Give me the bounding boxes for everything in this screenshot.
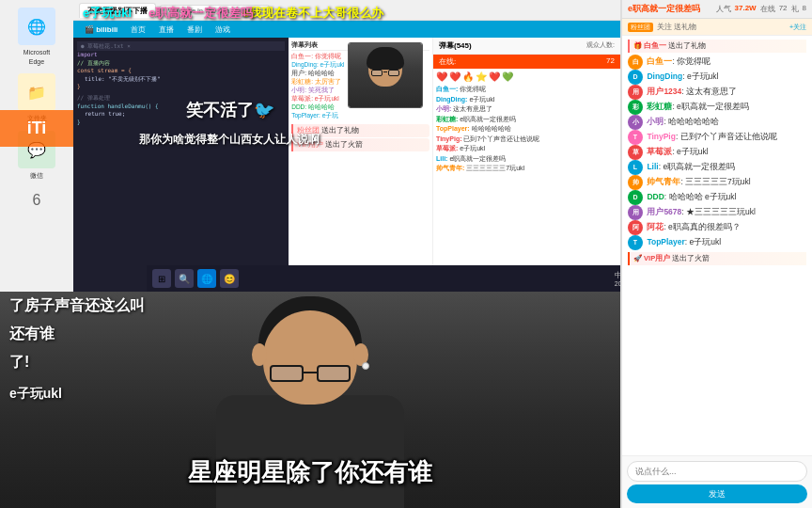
desktop-number: 6 (33, 188, 41, 213)
right-panel-input-area: 发送 (622, 455, 812, 508)
rp-msg-11: 阿 阿花: e职高真的很差吗？ (628, 220, 806, 235)
live-content-area: ● 草莓桂花.txt × import // 直播内容 const stream… (73, 38, 620, 292)
right-panel-stats: 人气 37.2W 在线 72 礼 8 (716, 4, 806, 14)
avatar-10: 用 (628, 205, 643, 220)
glass-left (270, 365, 304, 382)
live-chat-sidebar: 弹幕(545) 观众人数: 在线: 72 ❤️ ❤️ (432, 38, 620, 292)
person-head (263, 310, 357, 405)
rp-msg-2: 用 用户1234: 这太有意思了 (628, 85, 806, 100)
browser-tab-active[interactable]: 不卖无级别不下播 (79, 3, 156, 18)
viewer-count-stat: 人气 (716, 4, 731, 14)
earbud (362, 362, 369, 370)
main-video-area: 🌐 MicrosoftEdge 📁 文件夹 💬 微信 6 iTi (0, 0, 620, 508)
gift-notif-2: 🚀 VIP用户 送出了火箭 (628, 252, 806, 265)
rp-msg-9: D DDD: 哈哈哈哈 e子玩ukl (628, 190, 806, 205)
rp-msg-5: T TinyPig: 已到7个丫声音还让他说呢 (628, 130, 806, 145)
chat-msg-2: 小明: 这太有意思了 (436, 104, 617, 115)
left-overlay-text-2: 还有谁 (9, 325, 55, 344)
avatar-12: T (628, 235, 643, 250)
live-video-player[interactable]: ● 草莓桂花.txt × import // 直播内容 const stream… (73, 38, 432, 292)
glass-right (317, 365, 351, 382)
fan-badge-area: 粉丝团 关注 送礼物 +关注 (622, 19, 812, 36)
bilibili-header: 🎬 bilibili 首页 直播 番剧 游戏 (73, 21, 620, 38)
rp-msg-8: 帅 帅气青年: 三三三三三7玩ukl (628, 175, 806, 190)
windows-taskbar: ⊞ 🔍 🌐 😊 中 2022/12 直播 985211 (147, 265, 620, 292)
rp-msg-6: 草 草莓派: e子玩ukl (628, 145, 806, 160)
avatar-6: 草 (628, 145, 643, 160)
bili-tab-anime[interactable]: 番剧 (183, 24, 206, 36)
rp-msg-4: 小 小明: 哈哈哈哈哈哈 (628, 115, 806, 130)
taskbar-ie[interactable]: 🌐 (197, 269, 216, 288)
follow-btn[interactable]: +关注 (789, 23, 806, 32)
chat-msg-5: TinyPig: 已到7个丫声音还让他说呢 (436, 135, 617, 145)
viewer-count-bar: 在线: 72 (433, 55, 620, 69)
avatar-1: D (628, 70, 643, 85)
rp-msg-10: 用 用户5678: ★三三三三三玩ukl (628, 205, 806, 220)
screen-share-area: 🌐 MicrosoftEdge 📁 文件夹 💬 微信 6 iTi (0, 0, 620, 292)
right-panel-messages: 🎁 白鱼一 送出了礼物 白 白鱼一: 你觉得呢 D DingDing: e子玩u… (622, 36, 812, 455)
bili-tab-game[interactable]: 游戏 (211, 24, 234, 36)
right-panel-header: e职高就一定很差吗 人气 37.2W 在线 72 礼 8 (622, 0, 812, 19)
fan-badge: 粉丝团 (628, 23, 653, 32)
live-chat-messages: ❤️ ❤️ 🔥 ⭐ ❤️ 💚 白鱼一: 你觉得呢 (433, 69, 620, 292)
left-overlay-text-3: 了! (9, 353, 29, 373)
chat-msg-8: 帅气青年: 三三三三三三7玩ukl (436, 164, 617, 174)
browser-content-area: 不卖无级别不下播 Welcome In The Sun - Nintendo 🎬… (73, 0, 620, 292)
avatar-7: L (628, 160, 643, 175)
taskbar-emoji[interactable]: 😊 (220, 269, 239, 288)
chat-msg-3: 彩虹糖: e职高就一定很差吗 (436, 115, 617, 125)
avatar-0: 白 (628, 55, 643, 70)
browser-tab-2[interactable]: Welcome In The Sun - Nintendo (160, 5, 270, 16)
chat-msg-1: DingDing: e子玩ukl (436, 95, 617, 105)
rp-msg-7: L Lili: e职高就一定很差吗 (628, 160, 806, 175)
bili-tab-home[interactable]: 首页 (127, 24, 149, 36)
desktop-icon-browser[interactable]: 🌐 MicrosoftEdge (8, 8, 65, 66)
chat-send-button[interactable]: 发送 (627, 484, 807, 503)
person-glasses (268, 365, 352, 384)
small-webcam-overlay (348, 42, 423, 108)
chat-msg-6: 草莓派: e子玩ukl (436, 144, 617, 154)
person-ear-left (252, 343, 267, 366)
gift-notif-1: 🎁 白鱼一 送出了礼物 (628, 40, 806, 53)
iti-badge: iTi (0, 110, 73, 147)
right-chat-panel: e职高就一定很差吗 人气 37.2W 在线 72 礼 8 粉丝团 关注 送礼物 … (620, 0, 812, 508)
online-stat: 在线 (760, 4, 775, 14)
chat-msg-4: TopPlayer: 哈哈哈哈哈哈 (436, 124, 617, 135)
small-cam-face (349, 43, 422, 107)
taskbar-start[interactable]: ⊞ (152, 269, 171, 288)
gift-notification-1: 粉丝团 送出了礼物 (291, 124, 429, 137)
avatar-4: 小 (628, 115, 643, 130)
left-overlay-euki: e子玩ukl (9, 386, 62, 403)
gift-count: 礼 (791, 4, 799, 14)
chat-msg-7: Lili: e职高就一定很差吗 (436, 154, 617, 165)
avatar-9: D (628, 190, 643, 205)
live-chat-header: 弹幕(545) 观众人数: (433, 38, 620, 55)
bili-tab-live[interactable]: 直播 (155, 24, 178, 36)
chat-input-field[interactable] (627, 461, 807, 482)
gift-notification-2: VIP用户 送出了火箭 (291, 138, 429, 151)
taskbar-search[interactable]: 🔍 (175, 269, 194, 288)
bili-logo: 🎬 bilibili (81, 24, 121, 35)
right-panel-title: e职高就一定很差吗 (628, 3, 700, 15)
taskbar-clock: 中 2022/12 (615, 270, 620, 287)
avatar-11: 阿 (628, 220, 643, 235)
rp-msg-0: 白 白鱼一: 你觉得呢 (628, 55, 806, 70)
browser-title-bar: 不卖无级别不下播 Welcome In The Sun - Nintendo (73, 0, 620, 21)
subtitle-text: 星座明星除了你还有谁 (188, 456, 432, 489)
rp-msg-1: D DingDing: e子玩ukl (628, 70, 806, 85)
avatar-3: 彩 (628, 100, 643, 115)
avatar-5: T (628, 130, 643, 145)
glass-bridge (304, 372, 317, 373)
person-body (216, 395, 404, 508)
rp-msg-12: T TopPlayer: e子玩ukl (628, 235, 806, 250)
avatar-8: 帅 (628, 175, 643, 190)
webcam-area: 星座明星除了你还有谁 了房子声音还这么叫 还有谁 了! e子玩ukl (0, 292, 620, 508)
rp-msg-3: 彩 彩虹糖: e职高就一定很差吗 (628, 100, 806, 115)
emoji-row: ❤️ ❤️ 🔥 ⭐ ❤️ 💚 (436, 71, 617, 82)
avatar-2: 用 (628, 85, 643, 100)
left-overlay-text-1: 了房子声音还这么叫 (9, 296, 145, 316)
chat-msg-0: 白鱼一: 你觉得呢 (436, 85, 617, 95)
